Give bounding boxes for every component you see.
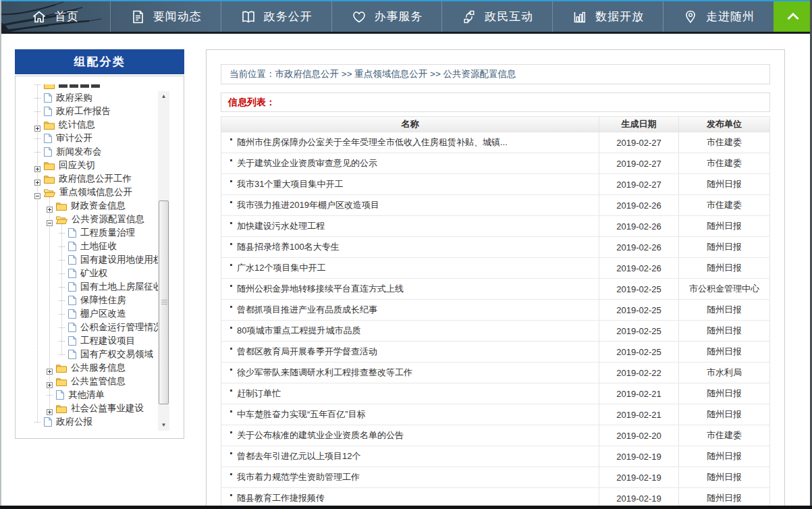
row-title-link[interactable]: 我市着力规范学生资助管理工作 <box>237 471 360 483</box>
tree-connector-stub <box>59 260 65 261</box>
page-icon <box>44 93 52 103</box>
scroll-up-button[interactable]: ▲ <box>158 91 169 102</box>
tree-item-label[interactable]: 公共服务信息 <box>71 362 126 374</box>
tree-connector-stub <box>59 287 65 288</box>
scroll-top-button[interactable] <box>774 1 812 32</box>
page-icon <box>44 134 52 143</box>
page-icon <box>68 350 76 359</box>
tree-item-label[interactable]: 工程建设项目 <box>80 335 135 347</box>
row-title-link[interactable]: 广水12个项目集中开工 <box>237 262 325 274</box>
row-title-cell: 关于建筑业企业资质审查意见的公示 <box>221 153 599 173</box>
nav-item-label: 政务公开 <box>264 9 313 24</box>
row-title-cell: 随州市住房保障办公室关于全年受理全市低收入住房租赁补贴、城镇... <box>221 132 599 153</box>
tree-connector-stub <box>34 84 40 85</box>
expand-toggle-icon[interactable] <box>34 176 40 182</box>
expand-toggle-icon[interactable] <box>47 203 53 209</box>
bullet-icon <box>230 243 232 245</box>
folder-icon <box>56 202 67 211</box>
nav-item-services[interactable]: 办事服务 <box>331 1 442 32</box>
tree-item-label[interactable]: 社会公益事业建设 <box>71 402 144 414</box>
bullet-icon <box>230 327 232 329</box>
tree-item-label[interactable]: 工程质量治理 <box>80 227 135 239</box>
tree-item-label[interactable]: 公积金运行管理情况 <box>80 321 163 333</box>
row-title-link[interactable]: 赶制订单忙 <box>237 387 281 400</box>
row-title-link[interactable]: 随州公积金异地转移接续平台直连方式上线 <box>237 283 404 295</box>
bullet-icon <box>230 264 232 266</box>
row-title-link[interactable]: 中车楚胜奋力实现“五年百亿”目标 <box>237 408 366 421</box>
tree-item-label[interactable]: 统计信息 <box>59 119 95 131</box>
row-title-link[interactable]: 曾都区教育局开展春季开学督查活动 <box>237 346 377 358</box>
tree-item-label[interactable]: 矿业权 <box>80 267 108 279</box>
tree-item-label[interactable]: 土地征收 <box>80 240 117 252</box>
row-title-link[interactable]: 曾都去年引进亿元以上项目12个 <box>237 450 360 462</box>
tree-item-label[interactable]: 保障性住房 <box>80 294 126 306</box>
tree-item-label[interactable]: 政府工作报告 <box>56 105 111 117</box>
scroll-down-button[interactable]: ▼ <box>158 420 169 431</box>
row-title-link[interactable]: 随县招录培养100名大专生 <box>237 241 340 253</box>
tree-item-label[interactable]: 财政资金信息 <box>71 200 126 212</box>
main-panel: 当前位置：市政府信息公开 >> 重点领域信息公开 >> 公共资源配置信息 信息列… <box>206 49 785 509</box>
nav-item-about-suizhou[interactable]: 走进随州 <box>663 1 774 32</box>
row-title-link[interactable]: 随县教育工作捷报频传 <box>237 492 325 504</box>
clipped-text-fragment <box>70 84 78 88</box>
tree-item-label[interactable]: 审计公开 <box>56 132 92 144</box>
tree-item-label[interactable]: 国有产权交易领域 <box>80 348 153 360</box>
nav-item-interaction[interactable]: 政民互动 <box>441 1 552 32</box>
row-title-link[interactable]: 曾都抓项目推进产业有品质成长纪事 <box>237 304 377 316</box>
nav-item-label: 走进随州 <box>706 9 755 24</box>
row-unit: 随州日报 <box>678 237 769 257</box>
page-icon <box>56 390 64 400</box>
expand-toggle-icon[interactable] <box>47 379 53 385</box>
tree-item-label[interactable]: 政府信息公开工作 <box>59 173 132 185</box>
tree-connector-stub <box>59 354 65 355</box>
tree-item-label[interactable]: 公共监管信息 <box>71 375 126 387</box>
expand-toggle-icon[interactable] <box>47 365 53 371</box>
expand-toggle-icon[interactable] <box>34 163 40 169</box>
tree-item-label[interactable]: 国有建设用地使用权 <box>80 254 163 266</box>
expand-toggle-icon[interactable] <box>47 406 53 412</box>
tree-item-label[interactable]: 政府公报 <box>56 416 92 428</box>
row-title-cell: 广水12个项目集中开工 <box>221 258 599 278</box>
bullet-icon <box>230 431 232 433</box>
expand-toggle-icon[interactable] <box>34 122 40 128</box>
row-title-cell: 80项城市重点工程提升城市品质 <box>221 321 599 341</box>
row-unit: 市水利局 <box>678 363 769 383</box>
collapse-toggle-icon[interactable] <box>47 217 53 223</box>
row-title-cell: 徐少军带队来随调研水利工程排查整改等工作 <box>221 363 599 383</box>
scrollbar-thumb[interactable] <box>159 200 169 404</box>
clipped-text-fragment <box>59 84 67 88</box>
row-title-link[interactable]: 我市强力推进2019年棚户区改造项目 <box>237 199 379 211</box>
tree-item-label[interactable]: 国有土地上房屋征收 <box>80 281 163 293</box>
bullet-icon <box>230 138 232 140</box>
collapse-toggle-icon[interactable] <box>34 190 40 196</box>
tree-item-label[interactable]: 重点领域信息公开 <box>59 186 132 198</box>
sidebar-title-text: 组配分类 <box>74 54 126 70</box>
tree-item-label[interactable]: 回应关切 <box>59 159 95 171</box>
tree-item-label[interactable]: 棚户区改造 <box>80 308 126 320</box>
tree-scrollbar[interactable]: ▲ ▼ <box>158 91 169 431</box>
row-title-link[interactable]: 80项城市重点工程提升城市品质 <box>237 325 360 337</box>
bullet-icon <box>230 452 232 454</box>
nav-item-open-data[interactable]: 数据开放 <box>552 1 663 32</box>
row-date: 2019-02-22 <box>599 363 678 383</box>
row-title-link[interactable]: 徐少军带队来随调研水利工程排查整改等工作 <box>237 367 412 379</box>
row-title-link[interactable]: 我市31个重大项目集中开工 <box>237 178 343 190</box>
row-title-link[interactable]: 关于公布核准的建筑业企业资质名单的公告 <box>237 429 404 441</box>
tree-item-label[interactable]: 公共资源配置信息 <box>72 213 144 225</box>
row-title-link[interactable]: 加快建设污水处理工程 <box>237 220 325 232</box>
row-unit: 随州日报 <box>678 342 769 362</box>
tree-connector-stub <box>59 300 65 301</box>
info-table: 名称生成日期发布单位 随州市住房保障办公室关于全年受理全市低收入住房租赁补贴、城… <box>221 116 770 509</box>
nav-item-news[interactable]: 要闻动态 <box>110 1 221 32</box>
nav-item-gov-open[interactable]: 政务公开 <box>221 1 331 32</box>
tree-item-label[interactable]: 其他清单 <box>68 389 105 401</box>
row-title-link[interactable]: 关于建筑业企业资质审查意见的公示 <box>237 157 377 169</box>
tree-item-label[interactable]: 政府采购 <box>56 92 92 104</box>
nav-item-home[interactable]: 首页 <box>0 1 110 32</box>
tree-connector-stub <box>34 111 40 112</box>
tree-item-label[interactable]: 新闻发布会 <box>56 146 102 158</box>
tree-connector-stub <box>34 152 40 153</box>
row-unit: 市住建委 <box>678 425 769 446</box>
row-title-link[interactable]: 随州市住房保障办公室关于全年受理全市低收入住房租赁补贴、城镇... <box>237 136 508 149</box>
top-nav: 首页要闻动态政务公开办事服务政民互动数据开放走进随州 <box>0 1 812 32</box>
